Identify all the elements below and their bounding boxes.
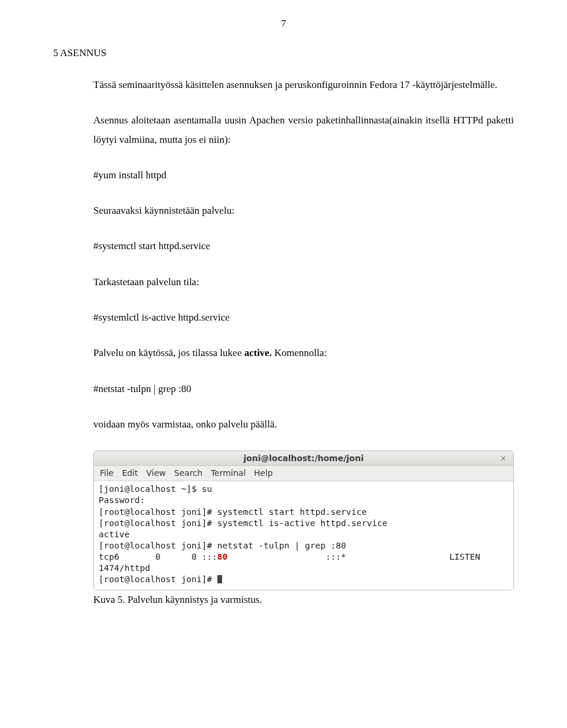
terminal-line: [root@localhost joni]# systemctl start h… (99, 507, 367, 517)
verify-paragraph: voidaan myös varmistaa, onko palvelu pää… (93, 415, 514, 434)
check-paragraph: Tarkastetaan palvelun tila: (93, 273, 514, 292)
status-text-post: Komennolla: (272, 347, 327, 358)
status-text-pre: Palvelu on käytössä, jos tilassa lukee (93, 347, 244, 358)
systemctl-start-command: #systemctl start httpd.service (93, 237, 514, 256)
terminal-line: [root@localhost joni]# netstat -tulpn | … (99, 541, 346, 550)
terminal-netstat-pid: 1474/httpd (99, 563, 150, 573)
terminal-line: [joni@localhost ~]$ su (99, 484, 212, 494)
menu-terminal[interactable]: Terminal (211, 468, 246, 478)
status-paragraph: Palvelu on käytössä, jos tilassa lukee a… (93, 344, 514, 363)
terminal-line: Password: (99, 495, 145, 505)
menu-search[interactable]: Search (174, 468, 203, 478)
intro-paragraph: Tässä seminaarityössä käsittelen asennuk… (93, 76, 514, 94)
terminal-netstat-mid: :::* LISTEN (227, 552, 506, 561)
terminal-line: [root@localhost joni]# systemctl is-acti… (99, 518, 387, 528)
terminal-body[interactable]: [joni@localhost ~]$ su Password: [root@l… (94, 481, 513, 590)
terminal-menubar: File Edit View Search Terminal Help (94, 466, 513, 481)
terminal-last-prompt: [root@localhost joni]# (99, 574, 217, 584)
terminal-cursor-icon (217, 575, 222, 583)
menu-file[interactable]: File (100, 468, 113, 478)
figure-caption: Kuva 5. Palvelun käynnistys ja varmistus… (93, 594, 514, 606)
install-intro-paragraph: Asennus aloitetaan asentamalla uusin Apa… (93, 111, 514, 149)
page: 7 5 ASENNUS Tässä seminaarityössä käsitt… (0, 0, 567, 728)
section-heading: 5 ASENNUS (53, 47, 514, 59)
menu-view[interactable]: View (146, 468, 166, 478)
status-text-bold: active. (244, 347, 272, 358)
terminal-line: active (99, 530, 129, 539)
terminal-title: joni@localhost:/home/joni (109, 453, 498, 463)
terminal-window: joni@localhost:/home/joni ✕ File Edit Vi… (93, 450, 514, 590)
close-icon[interactable]: ✕ (498, 453, 509, 463)
terminal-netstat-port: 80 (217, 552, 227, 561)
menu-help[interactable]: Help (254, 468, 273, 478)
terminal-titlebar: joni@localhost:/home/joni ✕ (94, 451, 513, 466)
terminal-netstat-left: tcp6 0 0 ::: (99, 552, 217, 561)
menu-edit[interactable]: Edit (122, 468, 138, 478)
systemctl-isactive-command: #systemlctl is-active httpd.service (93, 308, 514, 327)
start-paragraph: Seuraavaksi käynnistetään palvelu: (93, 201, 514, 220)
page-number: 7 (53, 18, 514, 30)
yum-command: #yum install httpd (93, 166, 514, 185)
netstat-command: #netstat -tulpn | grep :80 (93, 380, 514, 399)
